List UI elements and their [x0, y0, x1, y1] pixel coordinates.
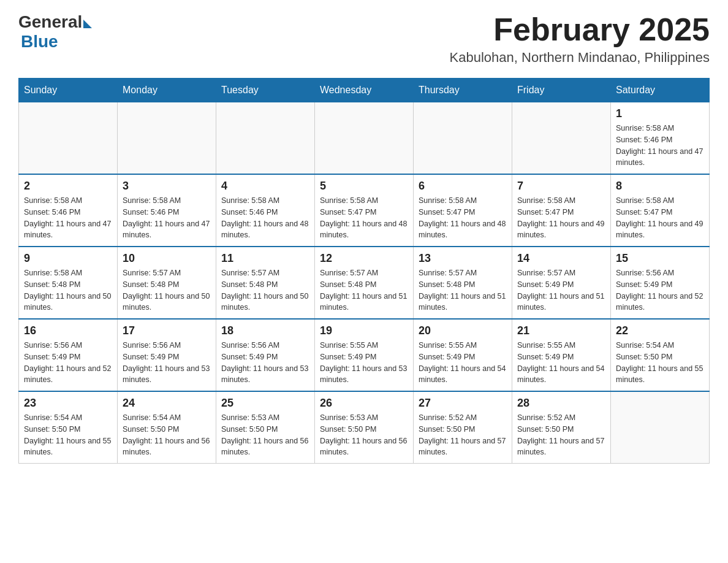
- calendar-day-cell: 26Sunrise: 5:53 AM Sunset: 5:50 PM Dayli…: [315, 391, 414, 464]
- day-of-week-header: Thursday: [414, 79, 512, 102]
- day-info: Sunrise: 5:55 AM Sunset: 5:49 PM Dayligh…: [320, 340, 408, 386]
- day-of-week-header: Friday: [512, 79, 611, 102]
- day-info: Sunrise: 5:58 AM Sunset: 5:46 PM Dayligh…: [616, 123, 704, 169]
- calendar-day-cell: [414, 102, 512, 175]
- day-number: 4: [221, 180, 309, 193]
- logo-general-text: General: [18, 12, 82, 32]
- day-number: 14: [517, 252, 605, 265]
- calendar-day-cell: 11Sunrise: 5:57 AM Sunset: 5:48 PM Dayli…: [216, 247, 315, 319]
- day-info: Sunrise: 5:57 AM Sunset: 5:48 PM Dayligh…: [221, 267, 309, 313]
- calendar-day-cell: 13Sunrise: 5:57 AM Sunset: 5:48 PM Dayli…: [414, 247, 512, 319]
- calendar-week-row: 2Sunrise: 5:58 AM Sunset: 5:46 PM Daylig…: [19, 174, 710, 247]
- calendar-day-cell: [611, 391, 710, 464]
- day-number: 18: [221, 324, 309, 337]
- calendar-day-cell: 3Sunrise: 5:58 AM Sunset: 5:46 PM Daylig…: [118, 174, 216, 247]
- day-number: 25: [221, 397, 309, 410]
- day-number: 13: [419, 252, 507, 265]
- calendar-day-cell: 20Sunrise: 5:55 AM Sunset: 5:49 PM Dayli…: [414, 319, 512, 391]
- calendar-day-cell: 12Sunrise: 5:57 AM Sunset: 5:48 PM Dayli…: [315, 247, 414, 319]
- logo: General Blue: [18, 12, 92, 52]
- day-info: Sunrise: 5:55 AM Sunset: 5:49 PM Dayligh…: [419, 340, 507, 386]
- calendar-day-cell: 23Sunrise: 5:54 AM Sunset: 5:50 PM Dayli…: [19, 391, 118, 464]
- day-info: Sunrise: 5:56 AM Sunset: 5:49 PM Dayligh…: [221, 340, 309, 386]
- page-header: General Blue February 2025 Kabulohan, No…: [18, 12, 710, 66]
- day-number: 8: [616, 180, 704, 193]
- calendar-day-cell: [118, 102, 216, 175]
- day-info: Sunrise: 5:56 AM Sunset: 5:49 PM Dayligh…: [123, 340, 211, 386]
- title-section: February 2025 Kabulohan, Northern Mindan…: [450, 12, 710, 66]
- calendar-day-cell: 14Sunrise: 5:57 AM Sunset: 5:49 PM Dayli…: [512, 247, 611, 319]
- day-info: Sunrise: 5:58 AM Sunset: 5:47 PM Dayligh…: [320, 195, 408, 241]
- logo-arrow-icon: [83, 20, 92, 28]
- calendar-day-cell: [19, 102, 118, 175]
- day-number: 3: [123, 180, 211, 193]
- day-info: Sunrise: 5:54 AM Sunset: 5:50 PM Dayligh…: [123, 412, 211, 458]
- day-info: Sunrise: 5:58 AM Sunset: 5:47 PM Dayligh…: [616, 195, 704, 241]
- day-number: 10: [123, 252, 211, 265]
- day-number: 27: [419, 397, 507, 410]
- day-number: 22: [616, 324, 704, 337]
- day-number: 26: [320, 397, 408, 410]
- logo-blue-text: Blue: [21, 32, 92, 52]
- day-number: 19: [320, 324, 408, 337]
- calendar-day-cell: 4Sunrise: 5:58 AM Sunset: 5:46 PM Daylig…: [216, 174, 315, 247]
- calendar-table: SundayMondayTuesdayWednesdayThursdayFrid…: [18, 78, 710, 464]
- day-info: Sunrise: 5:58 AM Sunset: 5:48 PM Dayligh…: [24, 267, 112, 313]
- calendar-day-cell: 1Sunrise: 5:58 AM Sunset: 5:46 PM Daylig…: [611, 102, 710, 175]
- day-info: Sunrise: 5:57 AM Sunset: 5:48 PM Dayligh…: [419, 267, 507, 313]
- calendar-day-cell: 27Sunrise: 5:52 AM Sunset: 5:50 PM Dayli…: [414, 391, 512, 464]
- calendar-day-cell: 5Sunrise: 5:58 AM Sunset: 5:47 PM Daylig…: [315, 174, 414, 247]
- calendar-day-cell: 15Sunrise: 5:56 AM Sunset: 5:49 PM Dayli…: [611, 247, 710, 319]
- calendar-day-cell: [315, 102, 414, 175]
- day-info: Sunrise: 5:57 AM Sunset: 5:48 PM Dayligh…: [123, 267, 211, 313]
- day-of-week-header: Wednesday: [315, 79, 414, 102]
- month-title: February 2025: [450, 12, 710, 47]
- day-info: Sunrise: 5:57 AM Sunset: 5:48 PM Dayligh…: [320, 267, 408, 313]
- day-number: 9: [24, 252, 112, 265]
- day-of-week-header: Saturday: [611, 79, 710, 102]
- day-number: 21: [517, 324, 605, 337]
- calendar-day-cell: [512, 102, 611, 175]
- calendar-day-cell: 28Sunrise: 5:52 AM Sunset: 5:50 PM Dayli…: [512, 391, 611, 464]
- day-number: 7: [517, 180, 605, 193]
- day-info: Sunrise: 5:57 AM Sunset: 5:49 PM Dayligh…: [517, 267, 605, 313]
- day-number: 16: [24, 324, 112, 337]
- day-info: Sunrise: 5:54 AM Sunset: 5:50 PM Dayligh…: [616, 340, 704, 386]
- calendar-day-cell: 19Sunrise: 5:55 AM Sunset: 5:49 PM Dayli…: [315, 319, 414, 391]
- day-info: Sunrise: 5:54 AM Sunset: 5:50 PM Dayligh…: [24, 412, 112, 458]
- calendar-day-cell: 8Sunrise: 5:58 AM Sunset: 5:47 PM Daylig…: [611, 174, 710, 247]
- day-number: 12: [320, 252, 408, 265]
- calendar-day-cell: 22Sunrise: 5:54 AM Sunset: 5:50 PM Dayli…: [611, 319, 710, 391]
- day-info: Sunrise: 5:56 AM Sunset: 5:49 PM Dayligh…: [24, 340, 112, 386]
- day-number: 20: [419, 324, 507, 337]
- calendar-day-cell: 7Sunrise: 5:58 AM Sunset: 5:47 PM Daylig…: [512, 174, 611, 247]
- day-number: 17: [123, 324, 211, 337]
- day-number: 5: [320, 180, 408, 193]
- day-info: Sunrise: 5:58 AM Sunset: 5:46 PM Dayligh…: [123, 195, 211, 241]
- day-number: 24: [123, 397, 211, 410]
- day-info: Sunrise: 5:53 AM Sunset: 5:50 PM Dayligh…: [221, 412, 309, 458]
- day-info: Sunrise: 5:58 AM Sunset: 5:46 PM Dayligh…: [24, 195, 112, 241]
- calendar-day-cell: 9Sunrise: 5:58 AM Sunset: 5:48 PM Daylig…: [19, 247, 118, 319]
- calendar-week-row: 23Sunrise: 5:54 AM Sunset: 5:50 PM Dayli…: [19, 391, 710, 464]
- day-number: 15: [616, 252, 704, 265]
- calendar-week-row: 1Sunrise: 5:58 AM Sunset: 5:46 PM Daylig…: [19, 102, 710, 175]
- day-of-week-header: Tuesday: [216, 79, 315, 102]
- day-number: 11: [221, 252, 309, 265]
- day-info: Sunrise: 5:52 AM Sunset: 5:50 PM Dayligh…: [419, 412, 507, 458]
- location-title: Kabulohan, Northern Mindanao, Philippine…: [450, 50, 710, 66]
- calendar-day-cell: 24Sunrise: 5:54 AM Sunset: 5:50 PM Dayli…: [118, 391, 216, 464]
- day-info: Sunrise: 5:53 AM Sunset: 5:50 PM Dayligh…: [320, 412, 408, 458]
- calendar-day-cell: 2Sunrise: 5:58 AM Sunset: 5:46 PM Daylig…: [19, 174, 118, 247]
- day-of-week-header: Sunday: [19, 79, 118, 102]
- calendar-day-cell: 25Sunrise: 5:53 AM Sunset: 5:50 PM Dayli…: [216, 391, 315, 464]
- day-info: Sunrise: 5:52 AM Sunset: 5:50 PM Dayligh…: [517, 412, 605, 458]
- calendar-week-row: 16Sunrise: 5:56 AM Sunset: 5:49 PM Dayli…: [19, 319, 710, 391]
- calendar-day-cell: 21Sunrise: 5:55 AM Sunset: 5:49 PM Dayli…: [512, 319, 611, 391]
- calendar-week-row: 9Sunrise: 5:58 AM Sunset: 5:48 PM Daylig…: [19, 247, 710, 319]
- day-number: 6: [419, 180, 507, 193]
- day-of-week-header: Monday: [118, 79, 216, 102]
- day-info: Sunrise: 5:55 AM Sunset: 5:49 PM Dayligh…: [517, 340, 605, 386]
- calendar-header-row: SundayMondayTuesdayWednesdayThursdayFrid…: [19, 79, 710, 102]
- day-number: 23: [24, 397, 112, 410]
